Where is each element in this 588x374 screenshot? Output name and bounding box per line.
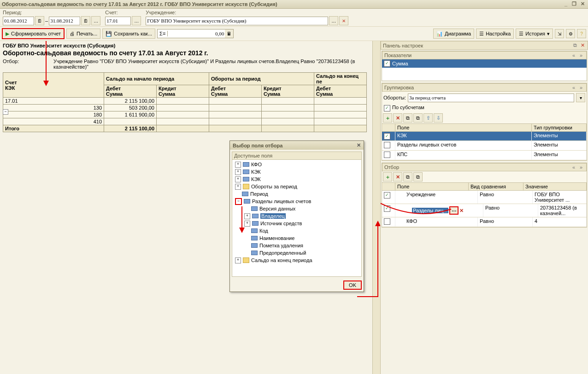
owner-selected[interactable]: Владелец — [260, 213, 286, 219]
toolbar: ▶Сформировать отчет 🖨 Печать... 💾 Сохран… — [0, 27, 588, 41]
indicator-sum-row[interactable]: ✓Сумма — [382, 59, 587, 68]
settings-button[interactable]: ☰ Настройка — [476, 29, 514, 39]
turnover-select[interactable] — [408, 94, 574, 102]
filter-label: Отбор: — [3, 58, 53, 70]
period-label: Период: — [3, 10, 100, 15]
table-row: 130503 200,00 — [3, 105, 367, 111]
report-vscroll[interactable] — [372, 41, 380, 374]
table-total: Итого2 115 100,00 — [3, 125, 367, 132]
report-org: ГОБУ ВПО Университет искусств (Субсидия) — [3, 43, 377, 48]
org-picker-button[interactable]: … — [329, 16, 338, 25]
period-from-input[interactable] — [3, 17, 34, 25]
dialog-title: Выбор поля отбора — [233, 143, 282, 148]
toolbar-extra2[interactable]: ⚙ — [566, 29, 575, 38]
grp-row[interactable]: Разделы лицевых счетовЭлементы — [382, 141, 587, 151]
turnover-label: Обороты: — [383, 95, 406, 100]
grp-paste-button[interactable]: ⧉ — [413, 113, 423, 123]
panel-close-icon[interactable]: ✕ — [579, 42, 586, 48]
field-picker-dialog: Выбор поля отбора ✕ Доступные поля +КФО … — [229, 140, 364, 292]
grp-row[interactable]: ✓КЭКЭлементы — [382, 132, 587, 141]
org-input[interactable] — [146, 17, 328, 25]
flt-copy-button[interactable]: ⧉ — [403, 172, 412, 181]
window-titlebar: Оборотно-сальдовая ведомость по счету 17… — [0, 0, 588, 9]
bysub-checkbox[interactable]: ✓ — [384, 105, 390, 111]
sigma-field: Σ= 🖩 — [157, 29, 234, 38]
panel-pin-icon[interactable]: ⧉ — [572, 42, 578, 48]
flt-row[interactable]: ✓Разделы лиц...…✕Равно20736123458 (в каз… — [382, 204, 587, 217]
grp-copy-button[interactable]: ⧉ — [403, 113, 412, 123]
grouping-header: Группировка — [384, 85, 414, 90]
save-as-button[interactable]: 💾 Сохранить как... — [102, 29, 155, 39]
report-table: СчетКЭК Сальдо на начало периода Обороты… — [3, 72, 367, 132]
dialog-ok-button[interactable]: OK — [343, 280, 362, 290]
table-row: 1801 611 900,00 — [3, 111, 367, 118]
help-button[interactable]: ? — [577, 29, 586, 38]
report-title: Оборотно-сальдовая ведомость по счету 17… — [3, 49, 377, 57]
filter-header: Отбор — [384, 164, 399, 170]
grp-del-button[interactable]: ✕ — [393, 113, 402, 123]
org-label: Учреждение: — [146, 10, 585, 15]
turnover-dropdown-icon[interactable]: ▾ — [576, 93, 585, 102]
print-button[interactable]: 🖨 Печать... — [66, 29, 100, 39]
org-clear-button[interactable]: ✕ — [339, 16, 348, 25]
dialog-close-button[interactable]: ✕ — [357, 142, 361, 148]
sigma-value[interactable] — [168, 30, 225, 38]
flt-del-button[interactable]: ✕ — [393, 172, 402, 181]
window-close[interactable]: ✕ — [579, 1, 586, 7]
field-tree[interactable]: +КФО +КЭК +КЭК +Обороты за период Период… — [232, 160, 361, 265]
account-input[interactable] — [105, 17, 131, 25]
indicators-header: Показатели — [384, 53, 412, 58]
period-dash: – — [45, 18, 48, 23]
flt-paste-button[interactable]: ⧉ — [413, 172, 423, 181]
params-bar: Период: 🗓 – 🗓 … Счет: … Учреждение: … ✕ — [0, 9, 588, 27]
chart-button[interactable]: 📊 Диаграмма — [433, 29, 474, 39]
grp-up-button[interactable]: ⇧ — [423, 113, 433, 123]
account-label: Счет: — [105, 10, 141, 15]
fields-header: Доступные поля — [232, 152, 361, 160]
tree-collapse-button[interactable]: − — [3, 109, 8, 115]
sigma-calc-icon[interactable]: 🖩 — [225, 29, 233, 38]
toolbar-extra1[interactable]: ⇲ — [555, 29, 564, 38]
account-picker-button[interactable]: … — [132, 16, 141, 25]
run-report-button[interactable]: ▶Сформировать отчет — [2, 28, 65, 39]
filter-text: Учреждение Равно "ГОБУ ВПО Университет и… — [53, 58, 377, 70]
table-row: 17.012 115 100,00 — [3, 98, 367, 105]
period-picker-button[interactable]: … — [91, 16, 100, 25]
period-to-input[interactable] — [49, 17, 80, 25]
flt-row[interactable]: ✓УчреждениеРавноГОБУ ВПО Университет ... — [382, 191, 587, 204]
window-title: Оборотно-сальдовая ведомость по счету 17… — [2, 1, 277, 7]
flt-row[interactable]: КФОРавно4 — [382, 217, 587, 227]
calendar-to-icon[interactable]: 🗓 — [81, 16, 90, 25]
flt-field-picker-button[interactable]: … — [449, 206, 459, 215]
report-area: ГОБУ ВПО Университет искусств (Субсидия)… — [0, 41, 381, 374]
settings-panel-title: Панель настроек — [383, 43, 423, 48]
flt-add-button[interactable]: ＋ — [383, 172, 392, 181]
window-restore[interactable]: ❐ — [570, 1, 578, 7]
grp-down-button[interactable]: ⇩ — [434, 113, 443, 123]
grp-row[interactable]: КПСЭлементы — [382, 151, 587, 160]
history-button[interactable]: ☰ История ▾ — [516, 29, 553, 39]
sigma-label: Σ= — [158, 31, 168, 36]
sections-expand-button[interactable]: − — [235, 198, 242, 205]
window-minimize[interactable]: _ — [562, 1, 570, 7]
table-row: 410 — [3, 118, 367, 125]
grp-add-button[interactable]: ＋ — [383, 113, 392, 123]
calendar-from-icon[interactable]: 🗓 — [35, 16, 44, 25]
settings-panel: Панель настроек ⧉✕ Показатели«» ✓Сумма Г… — [381, 41, 588, 374]
